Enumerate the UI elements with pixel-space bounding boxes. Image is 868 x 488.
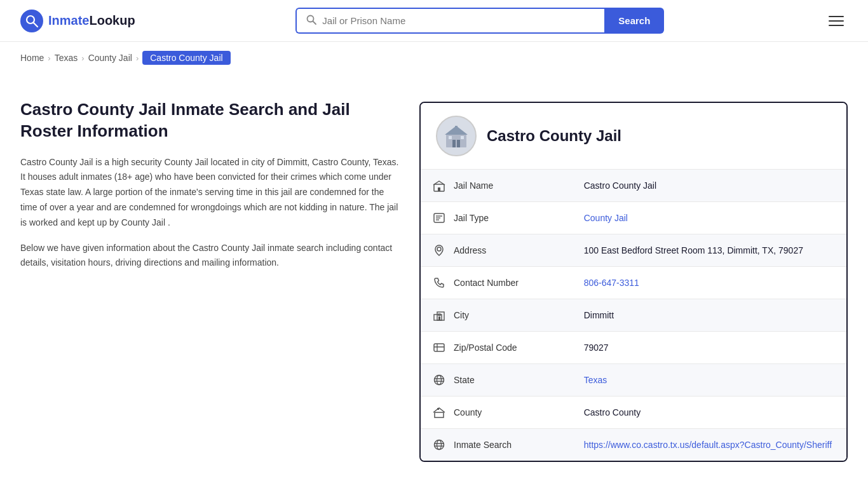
svg-rect-4	[446, 133, 466, 147]
hamburger-line	[829, 16, 844, 17]
table-row: Zip/Postal Code 79027	[421, 332, 846, 364]
field-label: County	[454, 407, 482, 417]
breadcrumb-current: Castro County Jail	[142, 51, 230, 65]
table-row: Contact Number 806-647-3311	[421, 267, 846, 299]
field-value-link[interactable]: Texas	[584, 375, 607, 385]
search-input[interactable]	[322, 9, 595, 32]
address-icon	[432, 243, 446, 257]
table-row: City Dimmitt	[421, 299, 846, 332]
field-value: 79027	[573, 332, 846, 364]
search-form: Search	[295, 8, 664, 34]
field-value: 100 East Bedford Street Room 113, Dimmit…	[573, 234, 846, 267]
menu-button[interactable]	[825, 12, 848, 30]
info-card: Castro County Jail Jail Name Castro Coun…	[419, 102, 848, 462]
field-value-link[interactable]: https://www.co.castro.tx.us/default.aspx…	[584, 440, 832, 450]
svg-rect-12	[438, 187, 440, 191]
main-content: Castro County Jail Inmate Search and Jai…	[0, 74, 868, 487]
search-input-wrap	[295, 8, 604, 34]
svg-point-32	[437, 440, 442, 450]
svg-line-1	[34, 22, 38, 27]
table-row: Address 100 East Bedford Street Room 113…	[421, 234, 846, 267]
facility-image	[436, 116, 477, 156]
card-header: Castro County Jail	[421, 103, 846, 170]
logo-icon	[20, 10, 43, 32]
hamburger-line	[829, 25, 844, 26]
header: InmateLookup Search	[0, 0, 868, 42]
breadcrumb-home[interactable]: Home	[20, 53, 44, 63]
jail-icon	[432, 179, 446, 193]
svg-rect-8	[449, 136, 452, 139]
breadcrumb-texas[interactable]: Texas	[55, 53, 78, 63]
hamburger-line	[829, 20, 844, 22]
svg-rect-7	[457, 140, 460, 147]
breadcrumb-county-jail[interactable]: County Jail	[88, 53, 132, 63]
svg-rect-20	[438, 316, 440, 320]
field-value-link[interactable]: County Jail	[584, 213, 628, 223]
svg-rect-29	[435, 412, 444, 417]
field-value: Dimmitt	[573, 299, 846, 332]
card-facility-name: Castro County Jail	[487, 127, 621, 145]
field-value-link[interactable]: 806-647-3311	[584, 278, 639, 288]
page-desc-1: Castro County Jail is a high security Co…	[20, 155, 399, 231]
svg-rect-9	[461, 136, 464, 139]
svg-point-25	[435, 376, 444, 385]
zip-icon	[432, 341, 446, 355]
svg-point-26	[437, 376, 442, 385]
logo-link[interactable]: InmateLookup	[20, 10, 135, 32]
field-value: Castro County	[573, 396, 846, 429]
svg-rect-10	[455, 126, 458, 128]
svg-rect-30	[437, 408, 439, 410]
field-label: Jail Type	[454, 213, 489, 223]
svg-rect-19	[437, 312, 444, 320]
field-label: Address	[454, 245, 486, 255]
page-desc-2: Below we have given information about th…	[20, 241, 399, 271]
logo-text: InmateLookup	[48, 13, 135, 28]
breadcrumb-sep: ›	[48, 53, 50, 63]
field-label: Inmate Search	[454, 440, 512, 450]
breadcrumb-sep: ›	[136, 53, 139, 63]
info-table: Jail Name Castro County Jail Jail Type C…	[421, 170, 846, 461]
field-value: Castro County Jail	[573, 170, 846, 202]
svg-rect-22	[434, 344, 444, 351]
table-row: County Castro County	[421, 396, 846, 429]
phone-icon	[432, 276, 446, 290]
county-icon	[432, 405, 446, 419]
web-icon	[432, 438, 446, 452]
page-title: Castro County Jail Inmate Search and Jai…	[20, 99, 399, 142]
table-row: Inmate Search https://www.co.castro.tx.u…	[421, 429, 846, 461]
table-row: State Texas	[421, 364, 846, 396]
svg-line-3	[313, 22, 316, 25]
field-label: City	[454, 310, 469, 320]
breadcrumb-sep: ›	[81, 53, 84, 63]
breadcrumb: Home › Texas › County Jail › Castro Coun…	[0, 42, 868, 74]
table-row: Jail Type County Jail	[421, 202, 846, 234]
left-content: Castro County Jail Inmate Search and Jai…	[0, 74, 419, 462]
svg-point-17	[437, 247, 441, 251]
search-button[interactable]: Search	[604, 8, 664, 34]
svg-rect-6	[452, 140, 456, 147]
city-icon	[432, 308, 446, 322]
type-icon	[432, 211, 446, 225]
table-row: Jail Name Castro County Jail	[421, 170, 846, 202]
right-content: Castro County Jail Jail Name Castro Coun…	[419, 74, 868, 462]
svg-point-31	[435, 440, 444, 450]
field-label: Jail Name	[454, 180, 493, 191]
field-label: Zip/Postal Code	[454, 342, 517, 353]
search-icon	[306, 14, 322, 27]
field-label: Contact Number	[454, 278, 519, 288]
state-icon	[432, 373, 446, 387]
field-label: State	[454, 375, 475, 385]
